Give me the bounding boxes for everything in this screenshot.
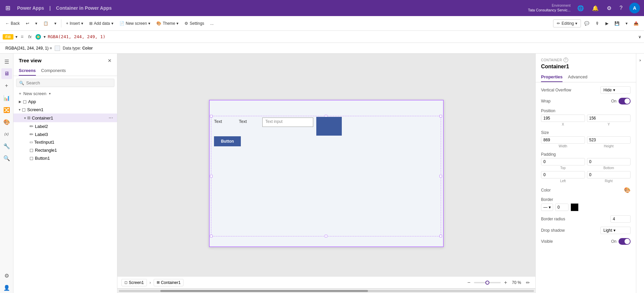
- app-chevron-icon[interactable]: ▶: [19, 100, 21, 103]
- new-screen-button[interactable]: 📄 New screen ▾: [117, 20, 153, 27]
- tree-item-rectangle1[interactable]: ◻ Rectangle1: [13, 146, 117, 154]
- add-data-button[interactable]: ⊞ Add data ▾: [87, 20, 116, 27]
- position-y-input[interactable]: [587, 115, 631, 122]
- padding-left-input[interactable]: [541, 171, 585, 178]
- apps-grid-icon[interactable]: ⊞: [4, 3, 12, 13]
- padding-top-input[interactable]: [541, 158, 585, 165]
- notification-icon[interactable]: 🔔: [591, 4, 600, 13]
- tree-item-screen1[interactable]: ▾ ◻ Screen1: [13, 105, 117, 114]
- tab-properties[interactable]: Properties: [541, 72, 562, 82]
- container1-chevron-icon[interactable]: ▾: [24, 116, 26, 120]
- canvas-textinput[interactable]: Text input: [262, 118, 313, 127]
- handle-tl[interactable]: [210, 115, 213, 118]
- left-icon-flow[interactable]: 🔀: [1, 104, 12, 115]
- vertical-overflow-select[interactable]: Hide ▾: [600, 86, 631, 94]
- canvas-scrollbar[interactable]: [117, 288, 535, 293]
- comment-icon[interactable]: 💬: [582, 20, 592, 27]
- left-icon-media[interactable]: 🔧: [1, 141, 12, 151]
- size-height-input[interactable]: [587, 136, 631, 144]
- left-icon-user[interactable]: 👤: [1, 282, 12, 293]
- tree-item-label2[interactable]: ✏ Label2: [13, 122, 117, 130]
- zoom-minus-button[interactable]: −: [466, 280, 472, 286]
- left-icon-menu[interactable]: ☰: [1, 56, 12, 67]
- settings-icon[interactable]: ⚙: [605, 4, 613, 13]
- help-icon[interactable]: ?: [618, 4, 624, 12]
- left-icon-variables[interactable]: (x): [1, 129, 12, 139]
- wrap-toggle[interactable]: [619, 98, 631, 104]
- tab-screens[interactable]: Screens: [19, 66, 36, 76]
- handle-ml[interactable]: [210, 175, 213, 177]
- right-edge-expand-button[interactable]: ›: [636, 54, 644, 293]
- editing-button[interactable]: ✏ Editing ▾: [553, 19, 581, 27]
- border-radius-input[interactable]: [610, 215, 631, 223]
- canvas-edit-mode-button[interactable]: ✏: [525, 280, 531, 285]
- tree-item-button1[interactable]: ◻ Button1: [13, 154, 117, 162]
- avatar[interactable]: A: [629, 3, 640, 13]
- left-icon-screens[interactable]: 🖥: [1, 68, 12, 79]
- drop-shadow-select[interactable]: Light ▾: [600, 227, 631, 234]
- undo-button[interactable]: ↩: [23, 20, 32, 27]
- new-screen-item[interactable]: + New screen ▾: [13, 90, 117, 97]
- paste-dropdown-button[interactable]: ▾: [52, 20, 59, 27]
- save-dropdown-button[interactable]: ▾: [623, 20, 630, 27]
- container1-more-button[interactable]: ···: [107, 115, 114, 121]
- copy-button[interactable]: 📋: [41, 20, 51, 27]
- left-icon-search[interactable]: 🔍: [1, 153, 12, 163]
- border-style-select[interactable]: — ▾: [541, 204, 553, 211]
- zoom-plus-button[interactable]: +: [503, 280, 508, 286]
- tree-item-label3[interactable]: ✏ Label3: [13, 130, 117, 138]
- save-button[interactable]: 💾: [612, 20, 622, 27]
- handle-mr[interactable]: [439, 175, 442, 177]
- formula-input[interactable]: [48, 34, 636, 39]
- left-icon-settings[interactable]: ⚙: [1, 270, 12, 281]
- publish-button[interactable]: 📤: [631, 20, 641, 27]
- globe-icon[interactable]: 🌐: [576, 4, 585, 13]
- left-icon-add[interactable]: +: [1, 80, 12, 91]
- handle-tr[interactable]: [439, 115, 442, 118]
- zoom-thumb[interactable]: [485, 281, 489, 285]
- border-width-input[interactable]: [555, 204, 569, 211]
- voice-icon[interactable]: 🎙: [593, 20, 602, 27]
- insert-button[interactable]: + Insert ▾: [63, 20, 86, 27]
- tree-item-textinput1[interactable]: ▭ TextInput1: [13, 138, 117, 146]
- more-button[interactable]: ...: [208, 20, 216, 27]
- screen1-label: Screen1: [27, 107, 114, 112]
- play-button[interactable]: ▶: [603, 20, 611, 27]
- fill-dropdown-button[interactable]: ▾: [15, 34, 17, 39]
- undo-dropdown-button[interactable]: ▾: [33, 20, 40, 27]
- left-icon-theme[interactable]: 🎨: [1, 117, 12, 127]
- canvas-text-label2[interactable]: Text: [239, 119, 247, 124]
- padding-right-input[interactable]: [587, 171, 631, 178]
- tree-item-app[interactable]: ▶ ◻ App: [13, 97, 117, 105]
- container-box[interactable]: Text Text Text input Button: [211, 116, 441, 236]
- position-x-input[interactable]: [541, 115, 585, 122]
- canvas-rectangle[interactable]: [316, 117, 342, 136]
- tree-close-button[interactable]: ✕: [108, 58, 112, 63]
- help-circle-icon[interactable]: ?: [564, 58, 568, 62]
- left-icon-data[interactable]: 📊: [1, 92, 12, 103]
- scroll-thumb[interactable]: [160, 290, 368, 292]
- screen1-chevron-icon[interactable]: ▾: [19, 108, 20, 112]
- formula-icon-dropdown[interactable]: ▾: [44, 34, 46, 39]
- breadcrumb-screen1[interactable]: ◻ Screen1: [121, 279, 147, 286]
- tab-advanced[interactable]: Advanced: [568, 72, 587, 82]
- search-input[interactable]: [26, 80, 111, 85]
- padding-bottom-input[interactable]: [587, 158, 631, 165]
- handle-bc[interactable]: [325, 235, 327, 237]
- handle-bl[interactable]: [210, 235, 213, 237]
- canvas-button[interactable]: Button: [214, 136, 241, 146]
- breadcrumb-container1[interactable]: ⊞ Container1: [154, 279, 184, 286]
- formula-expand-icon[interactable]: ∨: [638, 34, 641, 39]
- color-picker-icon[interactable]: 🎨: [624, 187, 631, 193]
- tree-item-container1[interactable]: ▾ ⊞ Container1 ···: [13, 114, 117, 122]
- canvas-text-label1[interactable]: Text: [214, 119, 222, 124]
- back-button[interactable]: ← Back: [3, 20, 22, 27]
- border-color-swatch[interactable]: [571, 203, 579, 211]
- theme-button[interactable]: 🎨 Theme ▾: [154, 20, 181, 27]
- handle-br[interactable]: [439, 235, 442, 237]
- settings-toolbar-button[interactable]: ⚙ Settings: [182, 20, 207, 27]
- visible-toggle[interactable]: [619, 238, 631, 245]
- zoom-slider[interactable]: [474, 282, 501, 283]
- size-width-input[interactable]: [541, 136, 585, 144]
- tab-components[interactable]: Components: [41, 66, 66, 76]
